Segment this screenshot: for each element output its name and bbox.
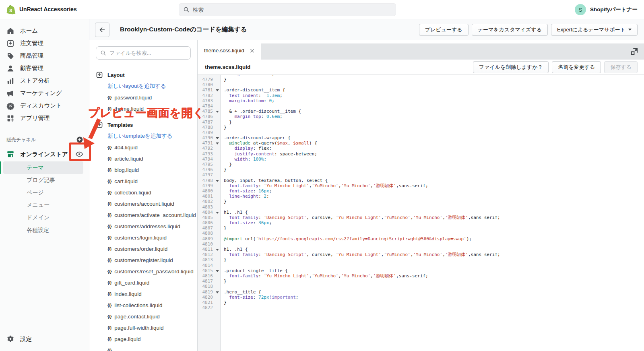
file-item[interactable]: {/}404.liquid [89, 142, 197, 153]
folder-layout[interactable]: Layout [89, 69, 197, 81]
save-button[interactable]: 保存する [604, 61, 638, 73]
sidebar-item-blog-posts[interactable]: ブログ記事 [3, 174, 83, 186]
rename-file-button[interactable]: 名前を変更する [552, 61, 601, 73]
sidebar-item-themes[interactable]: テーマ [3, 161, 83, 174]
code-text[interactable]: font-size: 72px!important; [220, 295, 298, 300]
delete-file-button[interactable]: ファイルを削除しますか？ [473, 61, 549, 73]
fold-arrow-icon[interactable] [214, 140, 220, 146]
code-text[interactable]: @include at-query($max, $small) { [220, 140, 317, 146]
code-text[interactable]: .product-single__title { [220, 268, 288, 273]
file-item[interactable]: {/}list-collections.liquid [89, 299, 197, 311]
fold-arrow-icon[interactable] [214, 268, 220, 273]
code-text[interactable]: font-family: 'Dancing Script', cursive, … [220, 252, 500, 257]
close-icon[interactable] [250, 48, 255, 53]
code-text[interactable]: & + .order-discount__item { [220, 109, 301, 114]
view-store-eye-icon[interactable] [75, 150, 83, 158]
file-item[interactable]: {/}index.liquid [89, 288, 197, 299]
file-item[interactable]: {/}page.contact.liquid [89, 311, 197, 322]
tab-theme-scss-liquid[interactable]: theme.scss.liquid [198, 41, 261, 60]
code-text[interactable]: font-family: 'Yu Mincho Light','YuMincho… [220, 273, 428, 279]
code-text[interactable]: justify-content: space-between; [220, 151, 317, 157]
sidebar-item-home[interactable]: ホーム [0, 25, 89, 37]
code-text[interactable] [220, 284, 224, 289]
sidebar-item-apps[interactable]: アプリ管理 [0, 112, 89, 124]
file-item[interactable]: {/}customers/register.liquid [89, 254, 197, 266]
file-item[interactable]: {/}article.liquid [89, 153, 197, 164]
file-item[interactable]: {/}gift_card.liquid [89, 277, 197, 288]
fold-arrow-icon[interactable] [214, 210, 220, 215]
file-item[interactable]: {/}customers/reset_password.liquid [89, 266, 197, 277]
sidebar-item-domains[interactable]: ドメイン [3, 211, 83, 224]
code-text[interactable]: } [220, 167, 227, 172]
code-text[interactable]: display: flex; [220, 146, 272, 151]
code-text[interactable]: width: 100%; [220, 157, 266, 162]
fold-arrow-icon[interactable] [214, 178, 220, 183]
code-text[interactable] [220, 305, 224, 310]
code-text[interactable]: font-family: 'Dancing Script', cursive, … [220, 215, 500, 220]
code-text[interactable]: } [220, 199, 227, 204]
code-text[interactable]: } [220, 162, 232, 167]
code-text[interactable] [220, 242, 224, 247]
code-text[interactable] [220, 82, 224, 87]
code-text[interactable]: .order-discount__item { [220, 87, 285, 93]
code-text[interactable]: } [220, 257, 227, 262]
file-item[interactable]: {/}customers/addresses.liquid [89, 221, 197, 232]
code-text[interactable]: h1, .h1 { [220, 247, 248, 252]
file-item[interactable]: {/}cart.liquid [89, 176, 197, 187]
global-search[interactable] [179, 3, 396, 16]
sidebar-item-marketing[interactable]: マーケティング [0, 87, 89, 99]
folder-templates[interactable]: Templates [89, 119, 197, 130]
sidebar-item-menus[interactable]: メニュー [3, 199, 83, 211]
fold-arrow-icon[interactable] [214, 289, 220, 295]
code-text[interactable] [220, 263, 224, 268]
code-text[interactable] [220, 204, 224, 210]
sidebar-item-orders[interactable]: 注文管理 [0, 37, 89, 50]
fold-arrow-icon[interactable] [214, 109, 220, 114]
code-text[interactable]: } [220, 120, 232, 125]
sidebar-item-online-store[interactable]: オンラインストア [0, 148, 89, 161]
file-item[interactable]: {/}customers/order.liquid [89, 243, 197, 254]
code-text[interactable]: .hero__title { [220, 289, 261, 295]
code-text[interactable] [220, 231, 224, 236]
file-search[interactable] [96, 46, 191, 60]
code-text[interactable]: font-family: 'Yu Mincho Light','YuMincho… [220, 183, 428, 188]
file-item[interactable]: {/}customers/account.liquid [89, 198, 197, 209]
file-search-input[interactable] [109, 50, 186, 56]
sidebar-item-discounts[interactable]: ディスカウント [0, 99, 89, 112]
file-item[interactable]: {/}customers/activate_account.liquid [89, 209, 197, 221]
global-search-input[interactable] [193, 7, 392, 13]
plus-circle-icon[interactable] [76, 136, 83, 143]
back-button[interactable] [95, 23, 109, 37]
code-text[interactable]: line-height: 2; [220, 194, 269, 199]
sidebar-item-customers[interactable]: 顧客管理 [0, 62, 89, 74]
fold-arrow-icon[interactable] [214, 87, 220, 93]
code-text[interactable]: margin-top: 0.6em; [220, 114, 283, 119]
add-layout-link[interactable]: 新しいlayoutを追加する [89, 81, 197, 92]
file-item[interactable]: {/}page.full-width.liquid [89, 322, 197, 333]
code-text[interactable]: font-size: 36px; [220, 220, 272, 225]
code-text[interactable] [220, 172, 224, 178]
code-text[interactable]: margin-bottom: 0; [220, 98, 275, 103]
code-text[interactable]: } [220, 300, 227, 305]
code-text[interactable]: body, input, textarea, button, select { [220, 178, 328, 183]
code-text[interactable] [220, 103, 224, 109]
fold-arrow-icon[interactable] [214, 135, 220, 140]
code-text[interactable]: } [220, 77, 227, 82]
file-item[interactable]: {/} [89, 345, 197, 351]
code-text[interactable]: } [220, 125, 227, 130]
add-templates-link[interactable]: 新しいtemplateを追加する [89, 130, 197, 142]
expert-theme-support-button[interactable]: Expertによるテーマサポート [551, 24, 638, 36]
code-text[interactable]: font-size: 16px; [220, 188, 272, 194]
preview-theme-button[interactable]: プレビューする [419, 24, 469, 36]
sidebar-item-products[interactable]: 商品管理 [0, 50, 89, 62]
user-menu[interactable]: S Shopifyパートナー [575, 0, 638, 19]
sidebar-item-pages[interactable]: ページ [3, 186, 83, 199]
file-item[interactable]: {/}page.liquid [89, 333, 197, 345]
code-text[interactable]: h1, .h1 { [220, 210, 248, 215]
shopify-logo-icon[interactable]: S [6, 4, 16, 15]
sidebar-item-analytics[interactable]: ストア分析 [0, 74, 89, 87]
code-text[interactable]: text-indent: -1.3em; [220, 93, 283, 98]
code-text[interactable]: } [220, 225, 227, 231]
code-text[interactable]: .order-discount-wrapper { [220, 135, 291, 140]
code-area[interactable]: margin-bottom: 0; 4779}47804781.order-di… [198, 75, 644, 351]
